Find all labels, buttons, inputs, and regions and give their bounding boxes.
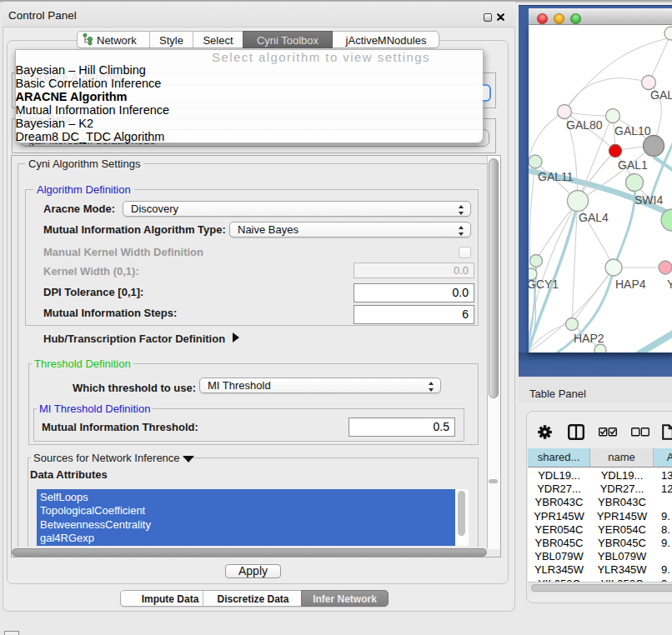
svg-text:HAP2: HAP2 (574, 332, 604, 345)
svg-text:GCY1: GCY1 (529, 278, 559, 291)
svg-text:GAL10: GAL10 (614, 124, 651, 138)
svg-text:HAP4: HAP4 (615, 278, 646, 291)
svg-text:SWI4: SWI4 (634, 193, 663, 207)
svg-text:Y: Y (667, 278, 672, 291)
svg-text:GAL11: GAL11 (538, 170, 574, 183)
svg-text:GAL80: GAL80 (566, 118, 603, 132)
svg-text:GAL4: GAL4 (579, 211, 609, 224)
svg-text:GAL1: GAL1 (618, 158, 648, 172)
svg-text:GAL7: GAL7 (650, 88, 672, 102)
